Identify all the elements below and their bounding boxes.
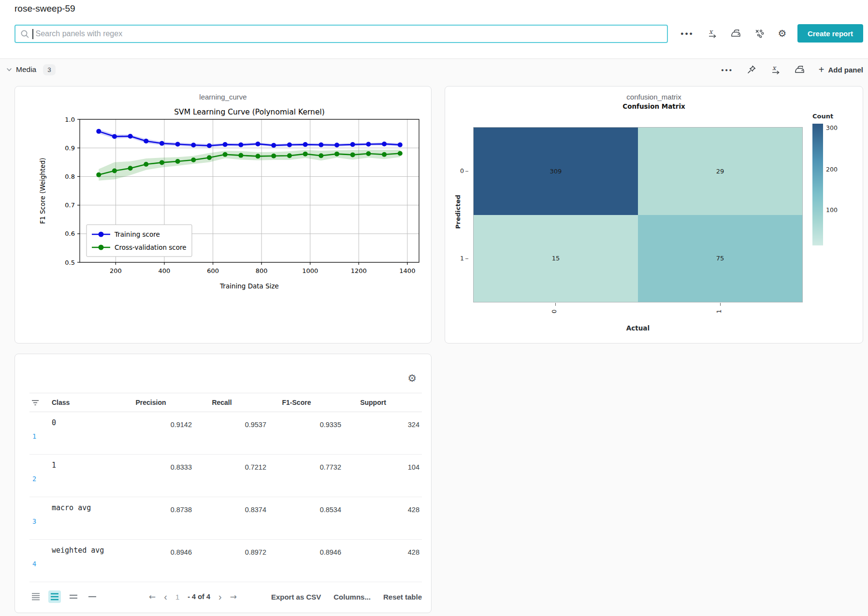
data-point (397, 143, 402, 147)
table-header-row: Class Precision Recall F1-Score Support (29, 393, 422, 412)
colorbar: Count 300 200 100 (812, 113, 861, 245)
data-point (397, 151, 402, 156)
data-point (159, 160, 164, 165)
data-point (96, 129, 101, 134)
more-options-icon[interactable]: ●●● (680, 30, 694, 36)
data-point (318, 143, 323, 147)
data-point (366, 142, 371, 147)
data-point (96, 172, 101, 177)
data-point (112, 134, 116, 139)
data-point (159, 141, 164, 146)
page-range-label: - 4 of 4 (188, 593, 210, 601)
reset-table-button[interactable]: Reset table (383, 593, 422, 601)
data-point (222, 142, 227, 147)
filter-icon[interactable] (29, 399, 52, 406)
table-row: 100.91420.95370.9335324 (29, 412, 422, 455)
legend-marker (98, 245, 103, 250)
cell-precision: 0.8738 (124, 497, 192, 514)
legend-box (87, 225, 192, 257)
data-point (191, 158, 196, 162)
table-footer: ← ‹ 1 - 4 of 4 › → Export as CSV Columns… (29, 583, 422, 611)
pagination: ← ‹ 1 - 4 of 4 › → (149, 592, 237, 602)
cell-value: 15 (552, 255, 560, 262)
x-axis-icon[interactable]: x (707, 29, 717, 38)
column-header-recall[interactable]: Recall (192, 399, 266, 406)
search-input[interactable] (35, 29, 663, 39)
data-point (128, 166, 132, 171)
smoothing-iron-icon[interactable] (730, 29, 741, 38)
data-point (350, 152, 355, 157)
table-body: 100.91420.95370.9335324210.83330.72120.7… (29, 412, 422, 582)
cell-recall: 0.8972 (192, 540, 266, 556)
previous-page-chevron-icon[interactable]: ‹ (164, 592, 167, 602)
heatmap-cell-01: 29 (638, 128, 802, 215)
cell-value: 309 (550, 168, 562, 175)
cell-f1: 0.7732 (266, 455, 341, 471)
add-panel-button[interactable]: + Add panel (819, 65, 863, 74)
confusion-matrix-panel[interactable]: confusion_matrix Confusion Matrix Predic… (445, 86, 863, 344)
x-tick-1: 1 (715, 310, 723, 314)
table-settings-gear-icon[interactable]: ⚙ (407, 373, 417, 384)
column-header-class[interactable]: Class (52, 399, 124, 406)
learning-curve-chart: SVM Learning Curve (Polynomial Kernel) F… (23, 103, 424, 331)
cell-class: macro avg (52, 497, 124, 512)
cell-class: 1 (52, 455, 124, 470)
learning-curve-panel[interactable]: learning_curve SVM Learning Curve (Polyn… (14, 86, 432, 344)
cell-support: 428 (341, 497, 420, 514)
text-caret (32, 29, 33, 39)
y-axis-label: F1 Score (Weighted) (39, 158, 46, 224)
legend-label: Cross-validation score (115, 244, 187, 251)
x-tick-label: 800 (255, 267, 267, 274)
row-height-tall-icon[interactable] (67, 590, 80, 603)
heatmap: 309 29 15 75 (473, 127, 803, 302)
data-point (287, 153, 291, 158)
y-tick-0: 0 (458, 167, 468, 174)
colorbar-tick-200: 200 (826, 166, 838, 173)
columns-button[interactable]: Columns... (333, 593, 371, 601)
row-height-toggles (29, 590, 99, 603)
data-point (303, 142, 307, 147)
x-axis-label: Training Data Size (219, 282, 279, 290)
export-csv-button[interactable]: Export as CSV (271, 593, 321, 601)
run-title: rose-sweep-59 (14, 3, 75, 14)
classification-report-panel[interactable]: ⚙ Class Precision Recall F1-Score Suppor… (14, 354, 432, 613)
row-height-compact-icon[interactable] (29, 590, 42, 603)
panel-title: confusion_matrix (445, 93, 863, 101)
next-page-chevron-icon[interactable]: › (218, 592, 222, 602)
settings-gear-icon[interactable]: ⚙ (778, 29, 786, 38)
x-axis-icon[interactable]: x (770, 65, 781, 74)
x-tick-label: 200 (110, 267, 122, 274)
last-page-arrow-icon[interactable]: → (230, 592, 237, 602)
legend-marker (98, 232, 103, 237)
data-point (128, 134, 132, 139)
row-height-full-icon[interactable] (86, 590, 99, 603)
column-header-f1[interactable]: F1-Score (266, 399, 341, 406)
data-point (303, 152, 307, 157)
column-header-precision[interactable]: Precision (124, 399, 192, 406)
data-point (144, 162, 148, 167)
x-tick-label: 1200 (350, 267, 366, 274)
cell-value: 29 (716, 168, 724, 175)
outliers-scatter-icon[interactable] (754, 29, 765, 39)
row-height-medium-icon[interactable] (48, 590, 61, 603)
pin-icon[interactable] (747, 65, 756, 74)
cell-f1: 0.8534 (266, 497, 341, 514)
more-options-icon[interactable]: ●●● (721, 67, 733, 72)
media-section-actions: ●●● x + Add panel (721, 65, 863, 74)
row-index: 1 (29, 412, 52, 440)
first-page-arrow-icon[interactable]: ← (149, 592, 156, 602)
panel-search[interactable] (14, 25, 668, 43)
y-tick-label: 0.7 (65, 201, 75, 209)
column-header-support[interactable]: Support (341, 399, 420, 406)
data-point (334, 143, 339, 147)
chevron-down-icon[interactable] (6, 66, 13, 73)
create-report-button[interactable]: Create report (797, 24, 863, 43)
cell-recall: 0.9537 (192, 412, 266, 429)
data-point (144, 139, 148, 143)
colorbar-gradient (812, 124, 823, 245)
data-point (207, 155, 212, 160)
media-section-label[interactable]: Media (16, 65, 36, 74)
row-index: 4 (29, 540, 52, 568)
page-number[interactable]: 1 (175, 593, 179, 601)
smoothing-iron-icon[interactable] (794, 65, 805, 74)
